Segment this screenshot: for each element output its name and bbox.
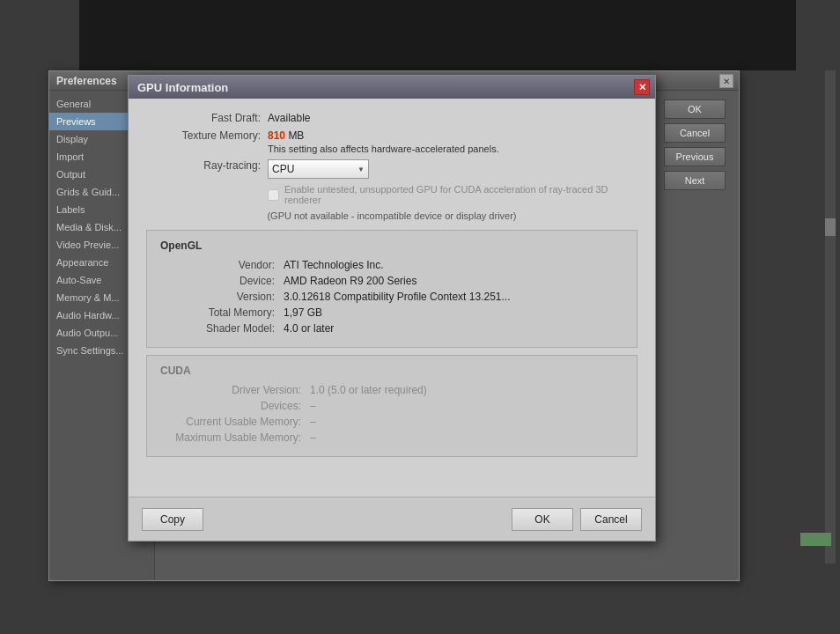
version-value: 3.0.12618 Compatibility Profile Context … (284, 291, 510, 303)
cuda-enable-checkbox[interactable] (268, 189, 279, 201)
cuda-section: CUDA Driver Version: 1.0 (5.0 or later r… (146, 355, 637, 457)
dropdown-arrow-icon: ▼ (357, 166, 365, 173)
preferences-title: Preferences (56, 75, 117, 87)
driver-version-row: Driver Version: 1.0 (5.0 or later requir… (160, 384, 623, 396)
footer-left-buttons: Copy (142, 508, 203, 531)
cuda-title: CUDA (160, 365, 623, 377)
texture-memory-value-group: 810 MB This setting also affects hardwar… (268, 129, 499, 154)
shader-model-row: Shader Model: 4.0 or later (160, 322, 623, 335)
device-value: AMD Radeon R9 200 Series (284, 275, 416, 287)
total-memory-row: Total Memory: 1,97 GB (160, 306, 623, 319)
ray-tracing-selected-value: CPU (272, 163, 294, 175)
gpu-body: Fast Draft: Available Texture Memory: 81… (129, 99, 655, 497)
opengl-title: OpenGL (160, 240, 623, 252)
scrollbar-thumb (825, 218, 836, 236)
ray-tracing-dropdown[interactable]: CPU ▼ (268, 159, 369, 179)
device-row: Device: AMD Radeon R9 200 Series (160, 275, 623, 287)
ray-tracing-row: Ray-tracing: CPU ▼ (146, 159, 637, 179)
devices-label: Devices: (160, 400, 301, 412)
ok-button[interactable]: OK (512, 508, 573, 531)
max-usable-value: – (310, 431, 316, 444)
timeline-bar (800, 533, 831, 546)
fast-draft-label: Fast Draft: (146, 112, 261, 124)
right-scrollbar[interactable] (825, 70, 836, 564)
driver-version-value: 1.0 (5.0 or later required) (310, 384, 427, 396)
shader-model-value: 4.0 or later (284, 322, 334, 335)
cuda-checkbox-label: Enable untested, unsupported GPU for CUD… (284, 184, 637, 205)
shader-model-label: Shader Model: (160, 322, 275, 335)
texture-memory-value: 810 MB (268, 129, 304, 142)
top-panel (79, 0, 840, 70)
texture-memory-row: Texture Memory: 810 MB This setting also… (146, 129, 637, 154)
texture-memory-number: 810 (268, 129, 285, 142)
max-usable-row: Maximum Usable Memory: – (160, 431, 623, 444)
driver-version-label: Driver Version: (160, 384, 301, 396)
current-usable-row: Current Usable Memory: – (160, 416, 623, 428)
devices-row: Devices: – (160, 400, 623, 412)
version-label: Version: (160, 291, 275, 303)
total-memory-label: Total Memory: (160, 306, 275, 319)
opengl-section: OpenGL Vendor: ATI Technologies Inc. Dev… (146, 230, 637, 348)
version-row: Version: 3.0.12618 Compatibility Profile… (160, 291, 623, 303)
gpu-dialog: GPU Information ✕ Fast Draft: Available … (128, 75, 656, 542)
gpu-titlebar: GPU Information ✕ (129, 76, 655, 99)
vendor-value: ATI Technologies Inc. (284, 259, 384, 271)
preferences-action-buttons: OK Cancel Previous Next (664, 100, 726, 190)
device-label: Device: (160, 275, 275, 287)
footer-right-buttons: OK Cancel (512, 508, 642, 531)
vendor-label: Vendor: (160, 259, 275, 271)
texture-memory-note: This setting also affects hardware-accel… (268, 144, 499, 154)
right-panel (796, 0, 840, 634)
pref-next-button[interactable]: Next (664, 171, 726, 190)
copy-button[interactable]: Copy (142, 508, 203, 531)
pref-previous-button[interactable]: Previous (664, 147, 726, 166)
max-usable-label: Maximum Usable Memory: (160, 431, 301, 444)
preferences-close-button[interactable]: ✕ (719, 74, 733, 88)
gpu-dialog-title: GPU Information (137, 81, 228, 94)
texture-memory-unit: MB (288, 129, 304, 142)
gpu-footer: Copy OK Cancel (129, 497, 655, 541)
pref-cancel-button[interactable]: Cancel (664, 123, 726, 143)
gpu-close-button[interactable]: ✕ (634, 79, 650, 95)
total-memory-value: 1,97 GB (284, 306, 322, 319)
fast-draft-value: Available (268, 112, 310, 124)
cuda-checkbox-row: Enable untested, unsupported GPU for CUD… (268, 184, 637, 205)
pref-ok-button[interactable]: OK (664, 100, 726, 119)
vendor-row: Vendor: ATI Technologies Inc. (160, 259, 623, 271)
current-usable-value: – (310, 416, 316, 428)
gpu-not-available-message: (GPU not available - incompatible device… (146, 210, 637, 221)
ray-tracing-label: Ray-tracing: (146, 159, 261, 172)
current-usable-label: Current Usable Memory: (160, 416, 301, 428)
devices-value: – (310, 400, 316, 412)
texture-memory-label: Texture Memory: (146, 129, 261, 142)
fast-draft-row: Fast Draft: Available (146, 112, 637, 124)
cancel-button[interactable]: Cancel (580, 508, 642, 531)
